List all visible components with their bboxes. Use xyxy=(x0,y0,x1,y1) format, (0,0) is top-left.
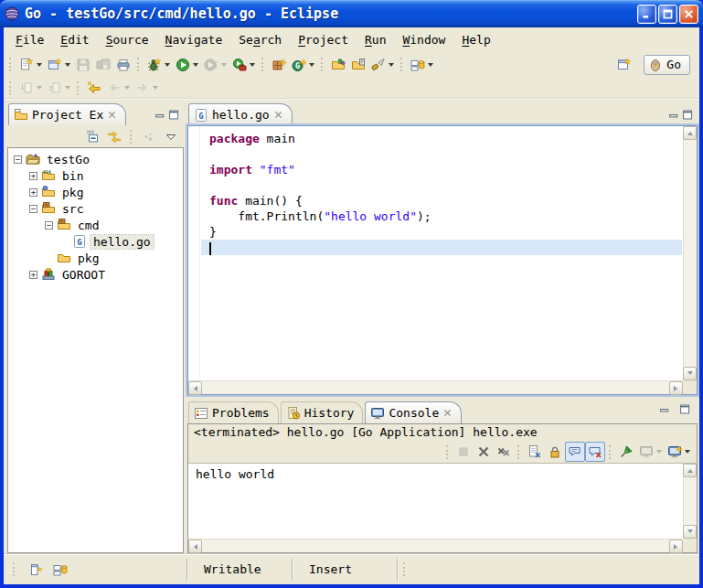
tab-hello-go[interactable]: G hello.go xyxy=(188,103,293,125)
expand-icon[interactable]: + xyxy=(29,271,37,279)
run-history-button[interactable] xyxy=(201,55,229,75)
tree-item-src[interactable]: −src xyxy=(8,200,183,217)
menu-edit[interactable]: Edit xyxy=(52,30,97,49)
terminate-button[interactable] xyxy=(453,442,474,462)
minimize-view-button[interactable] xyxy=(655,399,674,419)
save-all-button[interactable] xyxy=(93,55,113,75)
dropdown-arrow-icon[interactable] xyxy=(37,86,42,90)
close-view-icon[interactable] xyxy=(107,110,117,120)
menu-help[interactable]: Help xyxy=(453,30,498,49)
close-editor-icon[interactable] xyxy=(273,110,283,120)
menu-search[interactable]: Search xyxy=(230,30,290,49)
menu-navigate[interactable]: Navigate xyxy=(157,30,231,49)
remove-all-launches-button[interactable] xyxy=(494,442,514,462)
dropdown-arrow-icon[interactable] xyxy=(221,63,227,67)
external-tools-button[interactable] xyxy=(229,55,258,75)
view-menu-button[interactable] xyxy=(161,126,181,146)
dropdown-arrow-icon[interactable] xyxy=(65,63,70,67)
new-go-package-button[interactable] xyxy=(269,55,289,75)
minimize-editor-button[interactable] xyxy=(668,109,680,121)
tree-item-pkg[interactable]: pkg xyxy=(8,250,183,266)
dropdown-arrow-icon[interactable] xyxy=(250,63,255,67)
last-edit-button[interactable] xyxy=(84,78,104,98)
expand-icon[interactable]: + xyxy=(29,172,37,180)
show-stderr-button[interactable] xyxy=(585,442,605,462)
tree-item-hello-go[interactable]: Ghello.go xyxy=(8,233,183,250)
show-stdout-button[interactable] xyxy=(565,442,585,462)
search-button[interactable] xyxy=(368,55,397,75)
maximize-editor-button[interactable] xyxy=(682,109,694,121)
scroll-down-button[interactable] xyxy=(683,367,697,380)
console-output-area[interactable]: hello world xyxy=(188,463,697,552)
menu-run[interactable]: Run xyxy=(357,30,394,49)
run-button[interactable] xyxy=(173,55,201,75)
maximize-button[interactable] xyxy=(658,5,677,24)
menu-window[interactable]: Window xyxy=(394,30,453,49)
scroll-up-button[interactable] xyxy=(683,126,697,140)
dropdown-arrow-icon[interactable] xyxy=(165,63,170,67)
console-horizontal-scrollbar[interactable] xyxy=(188,539,683,552)
minimize-button[interactable] xyxy=(637,5,656,24)
dropdown-arrow-icon[interactable] xyxy=(389,63,394,67)
maximize-view-button[interactable] xyxy=(676,399,694,419)
console-vertical-scrollbar[interactable] xyxy=(683,464,697,539)
collapse-icon[interactable]: − xyxy=(45,221,53,230)
tree-item-goroot[interactable]: +GOROOT xyxy=(8,266,183,283)
fast-view-button[interactable] xyxy=(29,562,44,577)
display-console-button[interactable] xyxy=(636,442,665,462)
tab-console[interactable]: Console xyxy=(365,401,462,423)
focus-on-working-set-button[interactable] xyxy=(139,126,159,146)
tree-item-testgo[interactable]: −testGo xyxy=(8,151,183,167)
scroll-left-button[interactable] xyxy=(188,381,202,395)
dropdown-arrow-icon[interactable] xyxy=(656,450,662,454)
menu-source[interactable]: Source xyxy=(98,30,157,49)
maximize-view-button[interactable] xyxy=(168,109,180,121)
forward-button[interactable] xyxy=(133,78,161,98)
scroll-right-button[interactable] xyxy=(669,381,683,395)
back-button[interactable] xyxy=(104,78,133,98)
dropdown-arrow-icon[interactable] xyxy=(309,63,314,67)
scroll-up-button[interactable] xyxy=(683,464,697,477)
launch-sync-button[interactable] xyxy=(408,55,436,75)
titlebar[interactable]: Go - testGo/src/cmd/hello.go - Eclipse xyxy=(0,0,703,27)
dropdown-arrow-icon[interactable] xyxy=(193,63,198,67)
open-console-button[interactable] xyxy=(665,442,693,462)
menu-file[interactable]: File xyxy=(7,30,52,49)
tree-item-cmd[interactable]: −cmd xyxy=(8,217,183,233)
save-button[interactable] xyxy=(73,55,93,75)
new-wizard-button[interactable] xyxy=(16,55,45,75)
open-type-button[interactable] xyxy=(348,55,368,75)
editor-vertical-scrollbar[interactable] xyxy=(683,126,697,380)
print-button[interactable] xyxy=(113,55,133,75)
tab-problems[interactable]: Problems xyxy=(188,401,279,423)
launch-trim-button[interactable] xyxy=(53,562,68,577)
editor-horizontal-scrollbar[interactable] xyxy=(188,380,683,394)
collapse-all-button[interactable] xyxy=(82,126,102,146)
tab-project-explorer[interactable]: Project Ex xyxy=(8,103,126,125)
go-perspective-button[interactable]: Go xyxy=(644,55,690,75)
scroll-left-button[interactable] xyxy=(188,540,202,553)
debug-button[interactable] xyxy=(144,55,173,75)
open-resource-button[interactable] xyxy=(328,55,348,75)
close-button[interactable] xyxy=(679,5,698,24)
menu-project[interactable]: Project xyxy=(290,30,357,49)
new-go-file-button[interactable]: G xyxy=(289,55,317,75)
pin-console-button[interactable] xyxy=(616,442,636,462)
scroll-lock-button[interactable] xyxy=(545,442,565,462)
dropdown-arrow-icon[interactable] xyxy=(685,450,690,454)
remove-launch-button[interactable] xyxy=(474,442,494,462)
dropdown-arrow-icon[interactable] xyxy=(153,86,158,90)
dropdown-arrow-icon[interactable] xyxy=(65,86,70,90)
prev-annotation-button[interactable] xyxy=(45,78,73,98)
code-editor[interactable]: package mainimport "fmt"func main() { fm… xyxy=(201,126,682,380)
clear-console-button[interactable] xyxy=(525,442,545,462)
dropdown-arrow-icon[interactable] xyxy=(428,63,433,67)
scroll-down-button[interactable] xyxy=(683,525,697,539)
tab-history[interactable]: History xyxy=(281,401,364,423)
expand-icon[interactable]: + xyxy=(29,188,37,197)
scroll-right-button[interactable] xyxy=(669,540,683,553)
new-element-button[interactable] xyxy=(45,55,73,75)
tree-item-pkg[interactable]: +pkg xyxy=(8,184,183,200)
open-perspective-button[interactable] xyxy=(614,55,634,75)
next-annotation-button[interactable] xyxy=(16,78,45,98)
